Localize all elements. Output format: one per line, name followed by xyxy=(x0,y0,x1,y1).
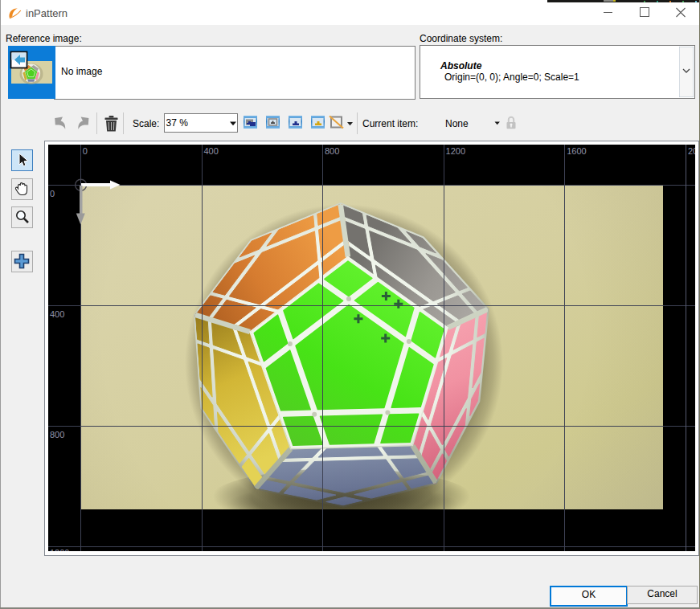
svg-text:400: 400 xyxy=(203,146,218,156)
svg-text:Scale:: Scale: xyxy=(133,118,159,129)
svg-text:800: 800 xyxy=(50,430,64,439)
svg-text:800: 800 xyxy=(325,146,339,156)
svg-text:0: 0 xyxy=(50,189,55,198)
svg-text:0: 0 xyxy=(83,146,88,156)
svg-text:None: None xyxy=(445,118,469,129)
svg-text:400: 400 xyxy=(50,309,64,319)
svg-text:1200: 1200 xyxy=(446,146,465,156)
svg-text:1600: 1600 xyxy=(567,146,586,156)
svg-text:Current item:: Current item: xyxy=(362,118,418,129)
svg-text:37 %: 37 % xyxy=(166,117,189,129)
